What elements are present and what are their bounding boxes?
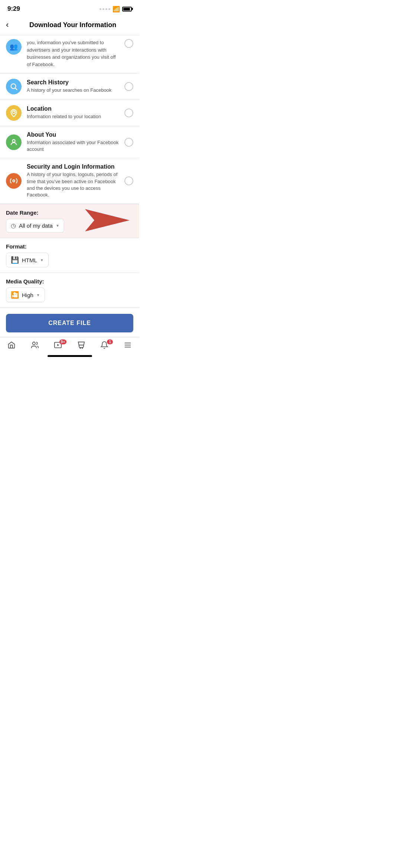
nav-watch[interactable]: 9+ xyxy=(49,341,67,349)
partial-item-text: you, information you've submitted to adv… xyxy=(27,39,119,68)
svg-line-1 xyxy=(15,88,17,90)
date-range-section: Date Range: ◷ All of my data ▼ xyxy=(0,204,139,238)
item-title-about-you: About You xyxy=(27,131,119,138)
battery-icon xyxy=(122,7,132,12)
list-item-search-history[interactable]: Search History A history of your searche… xyxy=(0,74,139,100)
nav-notifications[interactable]: 1 xyxy=(95,341,114,349)
list-item-security-login[interactable]: Security and Login Information A history… xyxy=(0,158,139,204)
format-value: HTML xyxy=(22,257,37,263)
list-item-about-you[interactable]: About You Information associated with yo… xyxy=(0,126,139,158)
svg-point-4 xyxy=(13,180,15,182)
page-title: Download Your Information xyxy=(12,21,133,29)
partial-list-item: 👥 you, information you've submitted to a… xyxy=(0,35,139,74)
partial-item-checkbox[interactable] xyxy=(124,39,133,48)
dropdown-chevron-icon: ▼ xyxy=(56,224,59,228)
media-quality-dropdown[interactable]: 🎦 High ▼ xyxy=(6,287,45,302)
date-range-dropdown[interactable]: ◷ All of my data ▼ xyxy=(6,219,64,233)
item-icon-about-you xyxy=(6,134,22,150)
item-text-about-you: About You Information associated with yo… xyxy=(27,131,119,153)
friends-icon xyxy=(31,341,39,349)
item-text-location: Location Information related to your loc… xyxy=(27,105,119,120)
status-icons: 📶 xyxy=(100,6,132,13)
item-checkbox-search-history[interactable] xyxy=(124,82,133,91)
clock-icon: ◷ xyxy=(11,222,16,229)
format-dropdown[interactable]: 💾 HTML ▼ xyxy=(6,253,49,267)
file-icon: 💾 xyxy=(11,256,19,264)
item-checkbox-security-login[interactable] xyxy=(124,176,133,185)
media-quality-section: Media Quality: 🎦 High ▼ xyxy=(0,273,139,308)
format-section: Format: 💾 HTML ▼ xyxy=(0,238,139,273)
marketplace-icon xyxy=(77,341,85,349)
list-items-container: Search History A history of your searche… xyxy=(0,74,139,204)
status-time: 9:29 xyxy=(7,5,20,13)
home-indicator xyxy=(48,355,92,357)
media-icon: 🎦 xyxy=(11,291,19,299)
svg-point-3 xyxy=(12,139,15,142)
wifi-icon: 📶 xyxy=(113,6,120,13)
notifications-badge: 1 xyxy=(107,339,113,344)
item-title-location: Location xyxy=(27,105,119,112)
nav-home[interactable] xyxy=(2,341,21,349)
item-text-security-login: Security and Login Information A history… xyxy=(27,163,119,198)
item-desc-about-you: Information associated with your Faceboo… xyxy=(27,139,119,153)
svg-marker-8 xyxy=(57,344,59,346)
watch-badge: 9+ xyxy=(59,339,66,344)
list-item-location[interactable]: Location Information related to your loc… xyxy=(0,100,139,126)
format-label: Format: xyxy=(6,243,133,250)
signal-icon xyxy=(100,8,110,10)
back-button[interactable]: ‹ xyxy=(6,20,12,30)
item-desc-search-history: A history of your searches on Facebook xyxy=(27,87,119,94)
svg-point-0 xyxy=(11,84,16,89)
date-range-label: Date Range: xyxy=(6,209,133,216)
item-checkbox-location[interactable] xyxy=(124,108,133,117)
bottom-nav: 9+ 1 xyxy=(0,337,139,352)
item-checkbox-about-you[interactable] xyxy=(124,138,133,147)
format-chevron-icon: ▼ xyxy=(40,258,44,262)
media-quality-label: Media Quality: xyxy=(6,278,133,285)
media-quality-value: High xyxy=(22,292,33,298)
item-icon-security-login xyxy=(6,173,22,189)
partial-item-icon: 👥 xyxy=(6,39,22,55)
svg-point-10 xyxy=(82,348,83,348)
header: ‹ Download Your Information xyxy=(0,16,139,35)
svg-point-6 xyxy=(32,342,35,345)
item-desc-location: Information related to your location xyxy=(27,113,119,120)
svg-point-9 xyxy=(80,348,81,348)
item-text-search-history: Search History A history of your searche… xyxy=(27,79,119,94)
item-desc-security-login: A history of your logins, logouts, perio… xyxy=(27,171,119,198)
nav-menu[interactable] xyxy=(118,341,137,349)
status-bar: 9:29 📶 xyxy=(0,0,139,16)
nav-friends[interactable] xyxy=(26,341,44,349)
item-title-search-history: Search History xyxy=(27,79,119,86)
item-icon-location xyxy=(6,105,22,121)
home-icon xyxy=(7,341,16,349)
item-title-security-login: Security and Login Information xyxy=(27,163,119,170)
date-range-value: All of my data xyxy=(19,222,53,229)
menu-icon xyxy=(124,341,132,349)
item-icon-search-history xyxy=(6,79,22,94)
media-quality-chevron-icon: ▼ xyxy=(36,293,40,297)
create-file-button[interactable]: CREATE FILE xyxy=(6,314,133,332)
nav-marketplace[interactable] xyxy=(72,341,91,349)
svg-point-2 xyxy=(12,111,15,114)
